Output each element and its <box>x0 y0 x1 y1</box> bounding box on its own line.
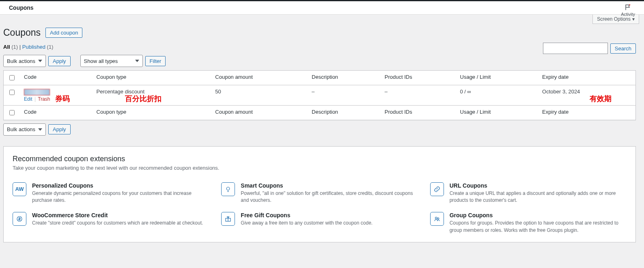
recommendation-icon <box>221 212 235 226</box>
screen-options-label: Screen Options <box>597 16 631 22</box>
cell-expiry: October 3, 2024 <box>538 85 635 106</box>
filter-published-link[interactable]: Published <box>22 44 45 50</box>
row-action-trash[interactable]: Trash <box>38 96 50 102</box>
svg-point-4 <box>435 217 437 219</box>
filter-published-count: (1) <box>47 44 54 50</box>
recommendation-desc: Create a unique URL that applies a disco… <box>450 190 627 204</box>
search-button[interactable]: Search <box>610 43 636 54</box>
recommendation-icon <box>430 212 444 226</box>
coupon-code-obscured[interactable] <box>24 89 50 95</box>
activity-button[interactable]: Activity <box>621 4 635 17</box>
cell-type: Percentage discount <box>93 85 211 106</box>
select-all-checkbox-top[interactable] <box>9 75 15 80</box>
recommendation-desc: Create "store credit" coupons for custom… <box>32 220 203 227</box>
recommendation-item[interactable]: Smart CouponsPowerful, "all in one" solu… <box>221 182 418 204</box>
recommendation-title: Free Gift Coupons <box>241 212 373 218</box>
select-all-checkbox-bottom[interactable] <box>9 110 15 115</box>
recommendation-title: Group Coupons <box>450 212 627 218</box>
fcol-type: Coupon type <box>93 105 211 120</box>
bulk-actions-select-top[interactable]: Bulk actions <box>3 55 46 67</box>
table-footer-row: Code Coupon type Coupon amount Descripti… <box>4 105 636 120</box>
fcol-usage: Usage / Limit <box>456 105 538 120</box>
recommendation-title: WooCommerce Store Credit <box>32 212 203 218</box>
fcol-description: Description <box>308 105 381 120</box>
fcol-expiry: Expiry date <box>538 105 635 120</box>
recommendation-desc: Powerful, "all in one" solution for gift… <box>241 190 418 204</box>
flag-icon <box>625 4 632 11</box>
add-coupon-button[interactable]: Add coupon <box>45 28 82 38</box>
coupons-table: Code Coupon type Coupon amount Descripti… <box>3 70 636 120</box>
fcol-code: Code <box>20 105 93 120</box>
filter-all-count: (1) <box>11 44 18 50</box>
recommendation-item[interactable]: URL CouponsCreate a unique URL that appl… <box>430 182 627 204</box>
cell-amount: 50 <box>211 85 308 106</box>
col-expiry[interactable]: Expiry date <box>538 71 635 85</box>
col-amount[interactable]: Coupon amount <box>211 71 308 85</box>
recommendation-item[interactable]: Free Gift CouponsGive away a free item t… <box>221 212 418 234</box>
bulk-apply-button-bottom[interactable]: Apply <box>48 124 71 134</box>
row-action-edit[interactable]: Edit <box>24 96 32 102</box>
svg-point-1 <box>227 187 230 190</box>
recommendations-panel: Recommended coupon extensions Take your … <box>3 146 636 243</box>
recommendations-heading: Recommended coupon extensions <box>13 155 627 163</box>
coupon-type-filter-select[interactable]: Show all types <box>80 55 143 67</box>
chevron-down-icon: ▾ <box>632 16 635 22</box>
fcol-product-ids: Product IDs <box>381 105 456 120</box>
status-filter-links: All (1) | Published (1) <box>3 44 636 50</box>
col-description[interactable]: Description <box>308 71 381 85</box>
recommendation-icon <box>13 212 26 226</box>
fcol-amount: Coupon amount <box>211 105 308 120</box>
col-product-ids[interactable]: Product IDs <box>381 71 456 85</box>
bulk-apply-button-top[interactable]: Apply <box>48 56 71 66</box>
search-input[interactable] <box>543 43 608 54</box>
table-header-row: Code Coupon type Coupon amount Descripti… <box>4 71 636 85</box>
activity-label: Activity <box>621 12 635 17</box>
recommendation-icon <box>221 182 235 196</box>
recommendation-desc: Generate dynamic personalized coupons fo… <box>32 190 209 204</box>
recommendation-icon <box>430 182 444 196</box>
filter-all-label[interactable]: All <box>3 44 10 50</box>
page-title: Coupons <box>3 27 41 38</box>
recommendations-sub: Take your coupon marketing to the next l… <box>13 165 627 171</box>
header-title: Coupons <box>9 4 34 11</box>
recommendation-icon: AW <box>13 182 26 196</box>
bulk-actions-select-bottom[interactable]: Bulk actions <box>3 123 46 136</box>
filter-separator: | <box>19 44 22 50</box>
recommendation-title: Smart Coupons <box>241 182 418 189</box>
col-usage[interactable]: Usage / Limit <box>456 71 538 85</box>
filter-button[interactable]: Filter <box>145 56 166 66</box>
recommendation-item[interactable]: WooCommerce Store CreditCreate "store cr… <box>13 212 209 234</box>
recommendation-title: URL Coupons <box>450 182 627 189</box>
cell-description: – <box>308 85 381 106</box>
row-checkbox[interactable] <box>9 90 15 95</box>
table-row: Edit | Trash Percentage discount 50 – – … <box>4 85 636 106</box>
cell-usage: 0 / ∞ <box>456 85 538 106</box>
col-type[interactable]: Coupon type <box>93 71 211 85</box>
col-code[interactable]: Code <box>20 71 93 85</box>
recommendation-desc: Give away a free item to any customer wi… <box>241 220 373 227</box>
svg-point-0 <box>629 4 630 6</box>
svg-point-5 <box>437 218 439 220</box>
cell-product-ids: – <box>381 85 456 106</box>
recommendation-item[interactable]: Group CouponsCoupons for groups. Provide… <box>430 212 627 234</box>
recommendation-desc: Coupons for groups. Provides the option … <box>450 220 627 234</box>
recommendation-item[interactable]: AWPersonalized CouponsGenerate dynamic p… <box>13 182 209 204</box>
recommendation-title: Personalized Coupons <box>32 182 209 189</box>
header-bar: Coupons Activity <box>0 1 644 15</box>
